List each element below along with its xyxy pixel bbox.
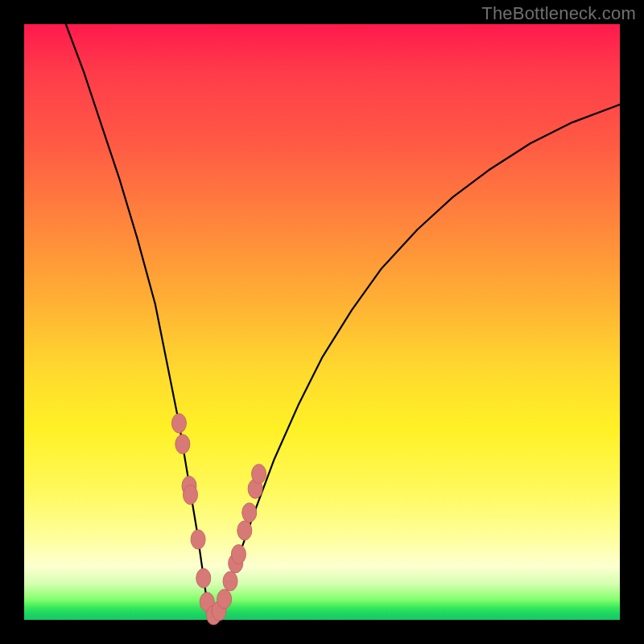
bottleneck-curve — [66, 24, 620, 617]
highlight-marker — [171, 414, 186, 433]
bottleneck-curve-svg — [24, 24, 620, 620]
plot-area — [24, 24, 620, 620]
highlighted-points-group — [171, 414, 266, 625]
highlight-marker — [237, 521, 252, 540]
highlight-marker — [196, 568, 211, 588]
highlight-marker — [223, 572, 237, 591]
highlight-marker — [217, 589, 232, 609]
highlight-marker — [183, 485, 197, 505]
highlight-marker — [252, 464, 266, 484]
highlight-marker — [191, 530, 205, 549]
chart-frame: TheBottleneck.com — [0, 0, 644, 644]
highlight-marker — [242, 503, 257, 522]
highlight-marker — [175, 435, 190, 454]
highlight-marker — [231, 545, 246, 564]
watermark-text: TheBottleneck.com — [481, 3, 636, 24]
